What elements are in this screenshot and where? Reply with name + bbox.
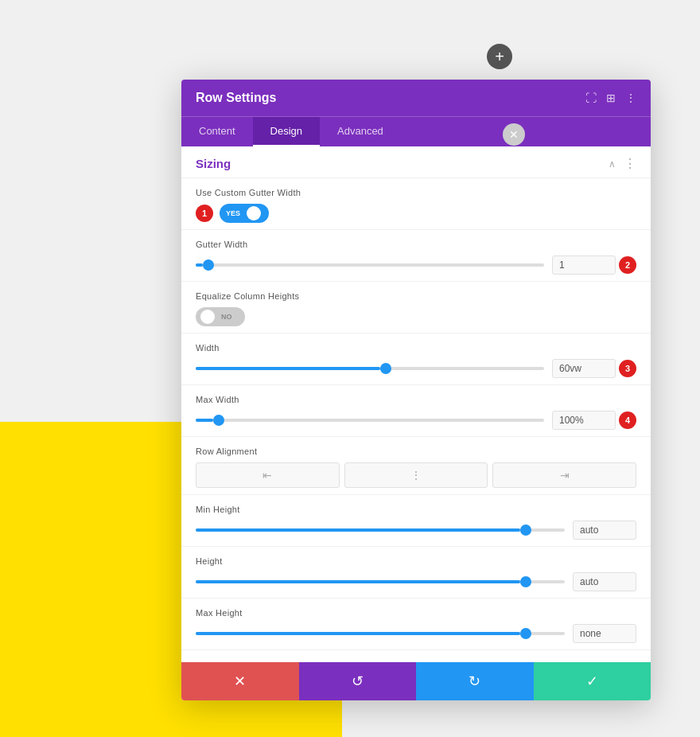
min-height-slider-row — [196, 521, 636, 540]
reset-button[interactable]: ↺ — [299, 662, 417, 700]
equalize-columns-label: Equalize Column Heights — [196, 291, 636, 301]
align-right-icon: ⇥ — [560, 469, 570, 482]
width-thumb[interactable] — [380, 363, 391, 374]
sizing-title: Sizing — [196, 157, 231, 170]
width-slider-row: 3 — [196, 359, 636, 378]
row-alignment-field: Row Alignment ⇤ ⋮ ⇥ — [181, 437, 651, 495]
max-height-fill — [196, 632, 520, 635]
max-width-thumb[interactable] — [213, 415, 224, 426]
row-alignment-label: Row Alignment — [196, 446, 636, 456]
align-center-icon: ⋮ — [410, 469, 422, 482]
use-custom-gutter-toggle-row: 1 YES — [196, 204, 636, 223]
row-alignment-options: ⇤ ⋮ ⇥ — [196, 462, 636, 488]
close-icon: ✕ — [509, 128, 519, 141]
align-left-icon: ⇤ — [262, 469, 272, 482]
min-height-fill — [196, 528, 520, 532]
max-height-slider-row — [196, 624, 636, 643]
height-fill — [196, 580, 520, 583]
gutter-width-label: Gutter Width — [196, 240, 636, 249]
width-track[interactable] — [196, 367, 544, 370]
min-height-track[interactable] — [196, 528, 565, 532]
align-center-btn[interactable]: ⋮ — [344, 462, 488, 488]
height-field: Height — [181, 547, 651, 599]
add-button[interactable]: + — [487, 44, 512, 69]
equalize-columns-field: Equalize Column Heights NO — [181, 282, 651, 333]
modal-title: Row Settings — [196, 91, 276, 105]
max-width-fill — [196, 419, 213, 422]
max-width-value-box: 4 — [552, 411, 636, 430]
height-track[interactable] — [196, 580, 565, 583]
gutter-width-value-box: 2 — [552, 255, 636, 275]
sizing-section-header: Sizing ∧ ⋮ — [181, 146, 651, 178]
min-height-thumb[interactable] — [520, 524, 531, 536]
expand-icon[interactable]: ⛶ — [585, 92, 597, 104]
more-icon[interactable]: ⋮ — [625, 92, 636, 104]
max-height-field: Max Height — [181, 599, 651, 650]
toggle-knob-off — [200, 310, 215, 324]
section-more-icon[interactable]: ⋮ — [624, 156, 636, 171]
width-value-box: 3 — [552, 359, 636, 378]
badge-1: 1 — [196, 205, 213, 222]
badge-3: 3 — [619, 360, 636, 377]
columns-icon[interactable]: ⊞ — [606, 92, 616, 104]
section-controls: ∧ ⋮ — [609, 156, 636, 171]
row-settings-modal: Row Settings ⛶ ⊞ ⋮ Content Design Advanc… — [181, 80, 651, 700]
tab-advanced[interactable]: Advanced — [320, 117, 401, 146]
min-height-input[interactable] — [573, 521, 636, 540]
width-field: Width 3 — [181, 333, 651, 385]
badge-4: 4 — [619, 411, 636, 429]
max-width-input[interactable] — [552, 411, 616, 430]
equalize-columns-toggle-row: NO — [196, 307, 636, 326]
tabs-row: Content Design Advanced — [181, 116, 651, 146]
toggle-no-label: NO — [218, 313, 235, 321]
width-input[interactable] — [552, 359, 616, 378]
align-right-btn[interactable]: ⇥ — [492, 462, 636, 488]
min-height-label: Min Height — [196, 505, 636, 514]
cancel-icon: ✕ — [234, 673, 246, 690]
badge-2: 2 — [619, 256, 636, 274]
height-label: Height — [196, 556, 636, 566]
width-label: Width — [196, 343, 636, 353]
redo-icon: ↻ — [469, 673, 480, 690]
tab-design[interactable]: Design — [253, 117, 320, 146]
gutter-width-field: Gutter Width 2 — [181, 230, 651, 282]
toggle-knob — [247, 206, 261, 220]
width-fill — [196, 367, 380, 370]
max-height-track[interactable] — [196, 632, 565, 635]
height-slider-row — [196, 572, 636, 591]
save-icon: ✓ — [586, 673, 598, 690]
use-custom-gutter-label: Use Custom Gutter Width — [196, 188, 636, 197]
align-left-btn[interactable]: ⇤ — [196, 462, 340, 488]
min-height-field: Min Height — [181, 495, 651, 547]
cancel-button[interactable]: ✕ — [181, 662, 299, 700]
max-height-input[interactable] — [573, 624, 636, 643]
max-height-thumb[interactable] — [520, 628, 531, 639]
gutter-width-input[interactable] — [552, 255, 616, 275]
reset-icon: ↺ — [352, 673, 364, 690]
use-custom-gutter-field: Use Custom Gutter Width 1 YES — [181, 178, 651, 230]
custom-gutter-toggle[interactable]: YES — [220, 204, 269, 223]
gutter-width-track[interactable] — [196, 263, 544, 267]
max-height-label: Max Height — [196, 608, 636, 618]
equalize-columns-toggle[interactable]: NO — [196, 307, 245, 326]
gutter-width-slider-row: 2 — [196, 255, 636, 275]
gutter-width-thumb[interactable] — [203, 259, 214, 271]
plus-icon: + — [495, 48, 504, 66]
toggle-yes-label: YES — [223, 209, 243, 217]
header-icons: ⛶ ⊞ ⋮ — [585, 92, 636, 104]
max-width-slider-row: 4 — [196, 411, 636, 430]
height-thumb[interactable] — [520, 576, 531, 587]
close-button[interactable]: ✕ — [503, 123, 525, 146]
redo-button[interactable]: ↻ — [416, 662, 534, 700]
height-input[interactable] — [573, 572, 636, 591]
tab-content[interactable]: Content — [181, 117, 253, 146]
gutter-width-fill — [196, 263, 203, 267]
max-width-field: Max Width 4 — [181, 385, 651, 437]
modal-header: Row Settings ⛶ ⊞ ⋮ — [181, 80, 651, 116]
save-button[interactable]: ✓ — [534, 662, 651, 700]
max-width-track[interactable] — [196, 419, 544, 422]
footer-bar: ✕ ↺ ↻ ✓ — [181, 662, 651, 700]
max-width-label: Max Width — [196, 395, 636, 404]
modal-body: Sizing ∧ ⋮ Use Custom Gutter Width 1 YES… — [181, 146, 651, 662]
collapse-icon[interactable]: ∧ — [609, 158, 616, 170]
